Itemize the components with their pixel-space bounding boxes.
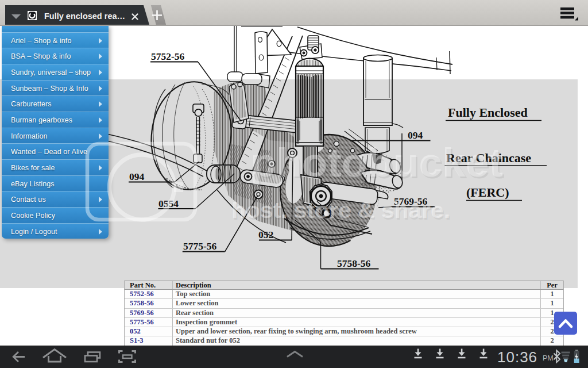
svg-text:094: 094 [129, 171, 145, 182]
svg-text:5775-56: 5775-56 [183, 240, 217, 252]
svg-text:052: 052 [258, 229, 273, 240]
svg-text:094: 094 [408, 129, 423, 141]
svg-text:5752-56: 5752-56 [151, 51, 185, 62]
svg-text:5769-56: 5769-56 [394, 195, 428, 207]
svg-text:Rear Chaincase: Rear Chaincase [446, 151, 531, 165]
svg-text:5758-56: 5758-56 [337, 258, 371, 269]
svg-text:0554: 0554 [158, 198, 179, 209]
svg-text:(FERC): (FERC) [466, 185, 509, 200]
svg-text:Fully Enclosed: Fully Enclosed [448, 105, 528, 120]
